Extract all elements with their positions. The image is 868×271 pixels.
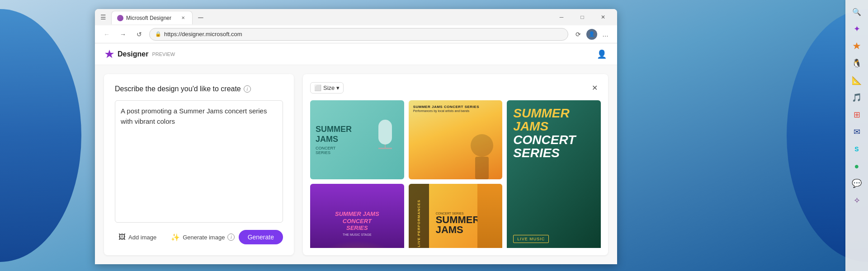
window-icon: ☰ <box>99 13 108 22</box>
more-options-button[interactable]: … <box>599 28 612 41</box>
design-card-yellow-performer[interactable]: SUMMER JAMS CONCERT SERIES Performances … <box>409 100 503 179</box>
results-close-button[interactable]: ✕ <box>588 81 601 94</box>
design-card-teal-mic[interactable]: SUMMERJAMS CONCERTSERIES <box>310 100 404 179</box>
card-2-title: SUMMER JAMS CONCERT SERIES <box>413 105 498 109</box>
sidebar-spotify-icon[interactable]: ● <box>849 158 865 174</box>
card-1-subtitle: CONCERTSERIES <box>316 146 352 155</box>
address-bar: ← → ↺ 🔒 https://designer.microsoft.com ⟳… <box>95 25 617 43</box>
browser-title-bar: ☰ Microsoft Designer ✕ ─ ─ □ ✕ <box>95 9 617 25</box>
refresh-button[interactable]: ↺ <box>133 28 146 41</box>
person-illustration <box>477 184 502 248</box>
lock-icon: 🔒 <box>155 31 161 37</box>
wing-left-decoration <box>0 0 99 271</box>
windows-sidebar: 🔍 ✦ 🐧 📐 🎵 ⊞ ✉ S ● 💬 ✧ <box>845 0 868 271</box>
profile-button[interactable]: 👤 <box>595 48 608 61</box>
maximize-button[interactable]: □ <box>572 9 593 25</box>
url-bar[interactable]: 🔒 https://designer.microsoft.com <box>149 28 568 41</box>
sidebar-music-icon[interactable]: 🎵 <box>849 89 865 106</box>
card-4-subtitle: THE MUSIC STAGE <box>335 233 379 236</box>
describe-textarea[interactable]: A post promoting a Summer Jams concert s… <box>115 100 283 223</box>
sidebar-paint-icon[interactable]: 📐 <box>849 72 865 89</box>
preview-badge: PREVIEW <box>152 51 175 57</box>
card-4-text: SUMMER JAMSCONCERTSERIES THE MUSIC STAGE <box>335 210 379 236</box>
tab-close-button[interactable]: ✕ <box>179 14 187 22</box>
tab-label: Microsoft Designer <box>126 15 177 21</box>
back-button[interactable]: ← <box>100 28 113 41</box>
card-2-subtitle: Performances by local artists and bands <box>413 109 498 112</box>
designer-logo-icon <box>104 49 115 60</box>
card-4-title: SUMMER JAMSCONCERTSERIES <box>335 210 379 232</box>
refresh-icon[interactable]: ⟳ <box>572 28 585 41</box>
footer-actions-left: 🖼 Add image ✨ Generate image i <box>115 231 238 243</box>
sidebar-outlook-icon[interactable]: ✉ <box>849 124 865 140</box>
designs-grid: SUMMERJAMS CONCERTSERIES <box>310 100 601 248</box>
browser-content: Designer PREVIEW 👤 Describe the design y… <box>95 43 617 264</box>
sidebar-copilot-icon[interactable]: ✦ <box>849 21 865 37</box>
card-1-text: SUMMERJAMS CONCERTSERIES <box>316 125 352 155</box>
sidebar-messenger-icon[interactable]: 💬 <box>849 175 865 192</box>
size-selector[interactable]: ⬜ Size ▾ <box>310 82 344 93</box>
window-controls: ─ □ ✕ <box>551 9 613 25</box>
size-chevron-icon: ▾ <box>336 84 340 91</box>
sidebar-teams-icon[interactable]: 🐧 <box>849 55 865 71</box>
card-2-text: SUMMER JAMS CONCERT SERIES Performances … <box>413 105 498 112</box>
results-panel: ⬜ Size ▾ ✕ SUMMERJAMS CONCERTSERIES <box>303 74 608 255</box>
browser-window: ☰ Microsoft Designer ✕ ─ ─ □ ✕ ← → ↺ 🔒 h… <box>95 9 617 264</box>
design-card-yellow-headphones[interactable]: LIVE PERFORMANCES CONCERT SERIES SUMMERJ… <box>409 184 503 248</box>
sidebar-search-icon[interactable]: 🔍 <box>849 4 865 20</box>
design-card-purple-concert[interactable]: SUMMER JAMSCONCERTSERIES THE MUSIC STAGE <box>310 184 404 248</box>
browser-tab[interactable]: Microsoft Designer ✕ <box>111 11 193 24</box>
sidebar-office-icon[interactable]: ⊞ <box>849 107 865 123</box>
card-3-title: SUMMERJAMSCONCERTSERIES <box>513 107 594 160</box>
size-icon: ⬜ <box>314 84 321 91</box>
card-1-title: SUMMERJAMS <box>316 125 352 144</box>
sidebar-app-icon[interactable]: ✧ <box>849 192 865 209</box>
forward-button[interactable]: → <box>117 28 129 41</box>
crowd-bottom <box>310 245 404 248</box>
designer-app: Designer PREVIEW 👤 Describe the design y… <box>95 43 617 264</box>
performer-illustration <box>468 134 495 175</box>
designer-main: Describe the design you'd like to create… <box>95 65 617 264</box>
design-card-big-green[interactable]: SUMMERJAMSCONCERTSERIES LIVE MUSIC <box>507 100 601 248</box>
card-3-bottom: LIVE MUSIC <box>513 234 594 248</box>
card-3-content: SUMMERJAMSCONCERTSERIES <box>513 107 594 160</box>
mic-base <box>378 148 392 149</box>
user-avatar[interactable]: 👤 <box>586 29 597 40</box>
tab-favicon <box>117 15 123 21</box>
tab-area: Microsoft Designer ✕ ─ <box>111 10 207 24</box>
results-header: ⬜ Size ▾ ✕ <box>310 81 601 94</box>
panel-footer: 🖼 Add image ✨ Generate image i Generate <box>115 230 283 244</box>
add-image-button[interactable]: 🖼 Add image <box>115 231 160 243</box>
card-5-left-bar: LIVE PERFORMANCES <box>409 184 429 248</box>
generate-info-icon[interactable]: i <box>227 234 235 241</box>
card-3-subtitle: LIVE MUSIC <box>513 235 549 243</box>
describe-panel: Describe the design you'd like to create… <box>104 74 294 255</box>
sidebar-designer-icon[interactable] <box>849 38 865 54</box>
close-button[interactable]: ✕ <box>593 9 613 25</box>
designer-logo: Designer PREVIEW <box>104 49 175 60</box>
add-image-label: Add image <box>128 234 156 241</box>
vertical-text: LIVE PERFORMANCES <box>417 200 421 247</box>
performer-body <box>475 157 489 179</box>
describe-info-icon[interactable]: i <box>244 85 251 93</box>
generate-image-button[interactable]: ✨ Generate image i <box>167 231 238 243</box>
mic-body <box>378 120 392 145</box>
url-text: https://designer.microsoft.com <box>164 31 242 37</box>
sidebar-skype-icon[interactable]: S <box>849 141 865 157</box>
minimize-button[interactable]: ─ <box>551 9 572 25</box>
performer-head <box>471 134 493 157</box>
designer-header: Designer PREVIEW 👤 <box>95 43 617 65</box>
generate-button[interactable]: Generate <box>239 230 283 244</box>
microphone-shape <box>372 113 399 167</box>
sidebar-designer-svg <box>852 42 861 51</box>
title-bar-left: ☰ Microsoft Designer ✕ ─ <box>99 10 551 24</box>
new-tab-button[interactable]: ─ <box>194 11 207 24</box>
size-label: Size <box>323 84 335 91</box>
generate-image-icon: ✨ <box>171 233 180 242</box>
address-bar-right: ⟳ 👤 … <box>572 28 612 41</box>
describe-title: Describe the design you'd like to create… <box>115 85 283 93</box>
describe-title-text: Describe the design you'd like to create <box>115 85 241 93</box>
generate-image-label: Generate image <box>183 234 225 241</box>
designer-name-label: Designer <box>118 50 148 58</box>
add-image-icon: 🖼 <box>118 233 126 241</box>
